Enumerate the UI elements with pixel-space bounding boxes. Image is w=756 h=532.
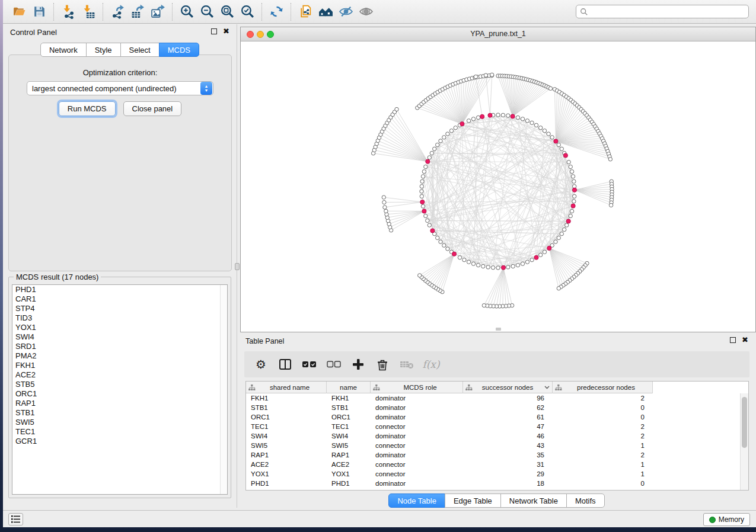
network-node[interactable] [609,203,613,207]
create-column-icon[interactable] [351,357,365,371]
cell-successor-nodes[interactable]: 43 [463,441,553,450]
table-row[interactable]: SWI4SWI4dominator462 [246,431,740,441]
cell-predecessor-nodes[interactable]: 2 [553,431,653,441]
select-all-columns-icon[interactable] [302,357,317,371]
network-node[interactable] [436,143,439,146]
tab-network[interactable]: Network [40,43,87,57]
search-input[interactable] [588,8,745,16]
network-node[interactable] [530,258,534,262]
network-node[interactable] [421,175,425,178]
column-header-shared-name[interactable]: shared name [246,382,327,393]
network-node[interactable] [565,223,569,227]
network-node[interactable] [496,113,500,117]
cell-name[interactable]: ORC1 [327,412,371,422]
network-node[interactable] [525,260,529,264]
table-row[interactable]: TEC1TEC1connector472 [246,422,740,431]
network-node[interactable] [482,303,486,307]
cell-mcds-role[interactable]: dominator [371,431,463,441]
zoom-selected-icon[interactable] [237,2,257,21]
table-row[interactable]: PHD1PHD1dominator180 [246,479,740,488]
column-header-MCDS-role[interactable]: MCDS role [371,382,463,393]
cell-name[interactable]: SWI5 [327,441,371,450]
hide-nodes-eye-icon[interactable] [336,2,356,21]
network-node[interactable] [436,236,439,239]
network-graph[interactable] [241,41,755,332]
table-row[interactable]: YOX1YOX1connector291 [246,469,740,479]
network-dominator-node[interactable] [572,188,576,192]
network-window-titlebar[interactable]: YPA_prune.txt_1 [241,27,755,41]
network-node[interactable] [422,169,426,173]
cell-shared-name[interactable]: ACE2 [246,460,327,469]
network-node[interactable] [474,75,477,78]
network-node[interactable] [539,253,543,257]
table-row[interactable]: FKH1FKH1dominator962 [246,393,740,403]
cell-shared-name[interactable]: STB1 [246,403,327,412]
cell-name[interactable]: SWI4 [327,431,371,441]
export-image-icon[interactable] [148,2,168,21]
network-node[interactable] [476,263,480,267]
network-dominator-node[interactable] [452,252,456,256]
tab-style[interactable]: Style [86,43,121,57]
network-node[interactable] [560,147,563,150]
network-dominator-node[interactable] [501,265,505,270]
network-node[interactable] [439,240,442,243]
cell-mcds-role[interactable]: connector [371,460,463,469]
network-node[interactable] [539,126,543,130]
mcds-result-list[interactable]: PHD1CAR1STP4TID3YOX1SWI4SRD1PMA2FKH1ACE2… [12,284,228,495]
cell-successor-nodes[interactable]: 61 [463,412,553,422]
network-node[interactable] [525,119,529,123]
network-node[interactable] [382,200,386,204]
mcds-result-item[interactable]: RAP1 [12,399,227,408]
network-node[interactable] [557,287,560,290]
zoom-fit-icon[interactable] [217,2,237,21]
network-node[interactable] [567,160,570,164]
cell-predecessor-nodes[interactable]: 2 [553,450,653,460]
network-node[interactable] [534,123,538,127]
export-table-icon[interactable] [127,2,148,21]
network-dominator-node[interactable] [566,219,570,223]
network-node[interactable] [433,147,436,150]
cell-predecessor-nodes[interactable]: 0 [553,403,653,412]
mcds-result-item[interactable]: ACE2 [12,370,227,380]
mcds-result-item[interactable]: STP4 [12,304,227,313]
search-homes-icon[interactable] [315,2,336,21]
network-node[interactable] [383,206,387,209]
cell-mcds-role[interactable]: dominator [371,479,463,488]
network-node[interactable] [511,264,515,268]
network-dominator-node[interactable] [488,113,492,117]
network-dominator-node[interactable] [511,114,515,118]
network-node[interactable] [557,236,560,239]
mcds-result-item[interactable]: TEC1 [12,427,227,437]
cell-predecessor-nodes[interactable]: 1 [553,469,653,479]
show-columns-icon[interactable] [278,357,292,371]
cell-shared-name[interactable]: TEC1 [246,422,327,431]
network-node[interactable] [442,136,446,139]
network-node[interactable] [382,196,385,199]
table-settings-gear-icon[interactable]: ⚙ [254,357,268,371]
network-node[interactable] [572,200,576,203]
network-node[interactable] [442,243,446,247]
network-node[interactable] [484,73,487,77]
table-scrollbar-thumb[interactable] [742,397,747,448]
mcds-result-item[interactable]: GCR1 [12,437,227,446]
network-node[interactable] [496,266,500,270]
zoom-out-icon[interactable] [197,2,217,21]
tab-node-table[interactable]: Node Table [388,493,445,508]
network-node[interactable] [446,247,449,251]
optimization-criterion-select[interactable]: largest connected component (undirected)… [27,81,213,95]
global-search-field[interactable] [576,5,749,18]
cell-predecessor-nodes[interactable]: 2 [553,422,653,431]
network-node[interactable] [530,121,534,124]
cell-successor-nodes[interactable]: 47 [463,422,553,431]
network-node[interactable] [570,169,573,173]
network-node[interactable] [476,116,480,119]
network-node[interactable] [395,107,398,111]
network-dominator-node[interactable] [422,209,426,213]
cell-shared-name[interactable]: PHD1 [246,479,327,488]
cell-successor-nodes[interactable]: 35 [463,450,553,460]
cell-shared-name[interactable]: SWI4 [246,431,327,441]
column-header-name[interactable]: name [327,382,371,393]
cell-successor-nodes[interactable]: 46 [463,431,553,441]
network-node[interactable] [424,165,428,168]
cell-predecessor-nodes[interactable]: 0 [553,479,653,488]
